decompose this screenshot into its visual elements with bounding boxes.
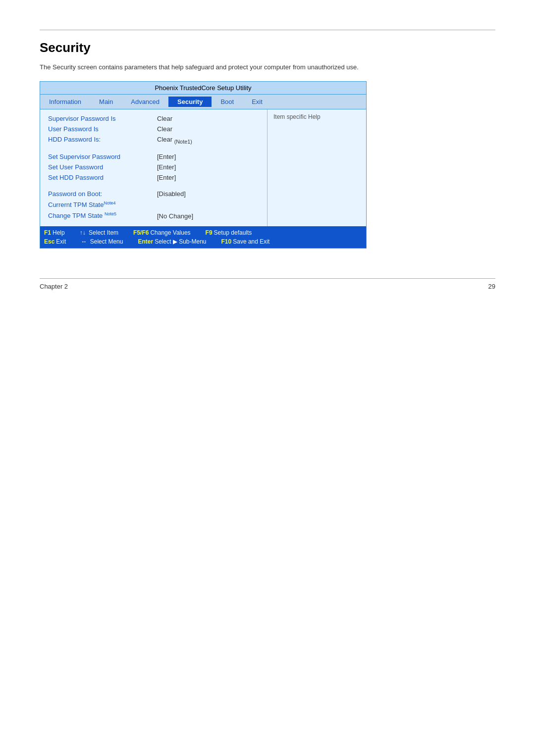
change-tpm-label: Change TPM State Note5: [48, 211, 157, 219]
f9-desc: Setup defaults: [214, 229, 252, 236]
updown-arrow: ↑↓: [80, 229, 87, 236]
hdd-note: (Note1): [174, 138, 192, 144]
page-description: The Security screen contains parameters …: [40, 62, 426, 72]
set-hdd-row: Set HDD Password [Enter]: [48, 172, 259, 183]
password-on-boot-row: Password on Boot: [Disabled]: [48, 189, 259, 199]
set-hdd-label: Set HDD Password: [48, 174, 157, 181]
f10-key: F10: [221, 238, 232, 245]
select-menu-desc: Select Menu: [90, 238, 128, 245]
footer-row-1: F1 Help ↑↓ Select Item F5/F6 Change Valu…: [44, 228, 362, 237]
page-container: Security The Security screen contains pa…: [0, 0, 535, 320]
user-password-value: Clear: [157, 125, 172, 133]
spacer-2: [48, 183, 259, 189]
supervisor-password-value: Clear: [157, 115, 172, 122]
tpm-note4: Note4: [104, 201, 115, 205]
esc-key: Esc: [44, 238, 54, 245]
hdd-password-label: HDD Password Is:: [48, 136, 157, 143]
bios-left-panel: Supervisor Password Is Clear User Passwo…: [40, 109, 267, 226]
set-user-label: Set User Password: [48, 163, 157, 171]
nav-item-security[interactable]: Security: [168, 97, 212, 107]
spacer-1: [48, 146, 259, 151]
f5f6-desc: Change Values: [150, 229, 195, 236]
tpm-note5: Note5: [105, 211, 116, 216]
f9-key: F9: [206, 229, 213, 236]
supervisor-password-label: Supervisor Password Is: [48, 115, 157, 122]
nav-item-boot[interactable]: Boot: [212, 97, 243, 107]
nav-item-exit[interactable]: Exit: [243, 97, 271, 107]
hdd-password-row: HDD Password Is: Clear (Note1): [48, 134, 259, 146]
set-supervisor-value: [Enter]: [157, 153, 176, 160]
change-tpm-value: [No Change]: [157, 212, 193, 220]
password-on-boot-label: Password on Boot:: [48, 190, 157, 198]
f1-key: F1: [44, 229, 51, 236]
set-hdd-value: [Enter]: [157, 174, 176, 181]
enter-key: Enter: [138, 238, 153, 245]
f5f6-key: F5/F6: [133, 229, 149, 236]
lr-arrow: ↔: [81, 238, 88, 245]
bios-footer: F1 Help ↑↓ Select Item F5/F6 Change Valu…: [40, 226, 366, 248]
bottom-footer: Chapter 2 29: [40, 279, 495, 290]
select-item-desc: Select Item: [89, 229, 123, 236]
bios-title-bar: Phoenix TrustedCore Setup Utility: [40, 82, 366, 95]
nav-item-advanced[interactable]: Advanced: [122, 97, 168, 107]
enter-desc: Select ▶ Sub-Menu: [155, 238, 211, 245]
bios-right-panel: Item specific Help: [267, 109, 366, 226]
bios-title: Phoenix TrustedCore Setup Utility: [155, 84, 251, 92]
set-supervisor-row: Set Supervisor Password [Enter]: [48, 151, 259, 162]
page-number: 29: [488, 283, 495, 290]
nav-item-main[interactable]: Main: [90, 97, 122, 107]
change-tpm-row: Change TPM State Note5 [No Change]: [48, 210, 259, 221]
item-specific-help: Item specific Help: [273, 113, 321, 120]
user-password-row: User Password Is Clear: [48, 124, 259, 134]
supervisor-password-row: Supervisor Password Is Clear: [48, 113, 259, 124]
bios-nav: Information Main Advanced Security Boot …: [40, 95, 366, 109]
esc-desc: Exit: [56, 238, 71, 245]
current-tpm-row: Currernt TPM StateNote4: [48, 199, 259, 210]
hdd-password-value: Clear (Note1): [157, 136, 192, 145]
user-password-label: User Password Is: [48, 125, 157, 133]
set-user-value: [Enter]: [157, 163, 176, 171]
nav-item-information[interactable]: Information: [40, 97, 90, 107]
top-rule: [40, 30, 495, 30]
current-tpm-label: Currernt TPM StateNote4: [48, 201, 157, 208]
password-on-boot-value: [Disabled]: [157, 190, 186, 198]
bios-body: Supervisor Password Is Clear User Passwo…: [40, 109, 366, 226]
set-supervisor-label: Set Supervisor Password: [48, 153, 157, 160]
f10-desc: Save and Exit: [233, 238, 269, 245]
set-user-row: Set User Password [Enter]: [48, 162, 259, 172]
chapter-label: Chapter 2: [40, 283, 68, 290]
footer-row-2: Esc Exit ↔ Select Menu Enter Select ▶ Su…: [44, 237, 362, 246]
bios-dialog: Phoenix TrustedCore Setup Utility Inform…: [40, 81, 367, 249]
page-title: Security: [40, 40, 495, 55]
f1-desc: Help: [53, 229, 70, 236]
